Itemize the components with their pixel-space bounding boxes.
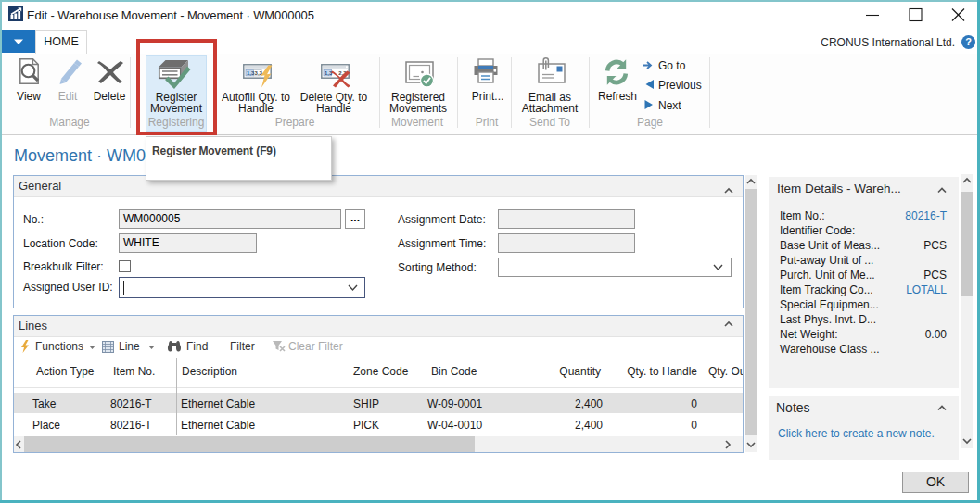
svg-text:1,3: 1,3: [247, 70, 255, 76]
svg-text:1,3: 1,3: [325, 70, 333, 76]
